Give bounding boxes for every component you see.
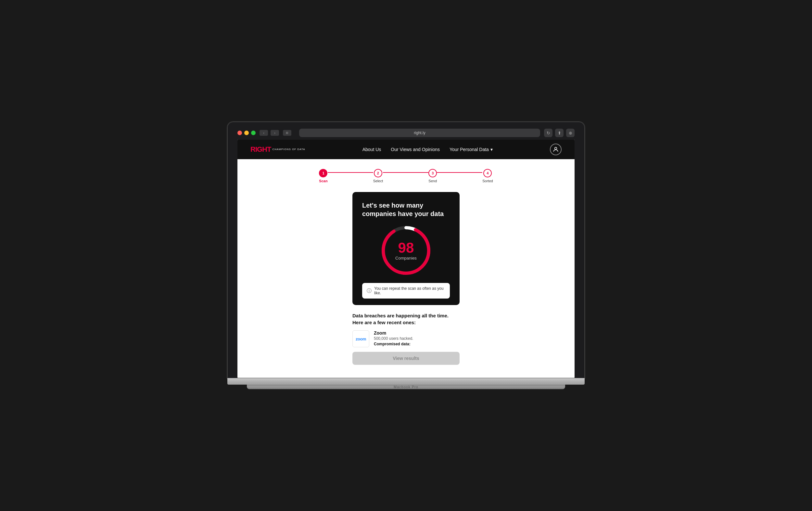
zoom-logo-text: zoom xyxy=(356,337,366,341)
browser-action-buttons: ↻ ⬆ ⊕ xyxy=(544,129,575,137)
step-sorted: 4 Sorted xyxy=(482,169,493,183)
logo-text: RIGHT xyxy=(251,145,271,154)
user-icon xyxy=(552,146,559,153)
step-1-label: Scan xyxy=(319,179,327,183)
companies-label: Companies xyxy=(395,256,417,260)
new-tab-button[interactable]: ⊕ xyxy=(566,129,575,137)
svg-point-0 xyxy=(555,147,557,149)
laptop-bottom: Macbook Pro xyxy=(247,385,565,389)
site-nav: RIGHT CHAMPIONS OF DATA About Us Our Vie… xyxy=(237,140,575,159)
view-results-button[interactable]: View results xyxy=(352,352,460,365)
step-4-label: Sorted xyxy=(482,179,493,183)
step-3-label: Send xyxy=(428,179,437,183)
page-content: 1 Scan 2 Select 3 xyxy=(237,159,575,378)
donut-chart: 98 Companies xyxy=(380,225,432,277)
breach-description-zoom: 500,000 users hacked. xyxy=(374,336,460,341)
step-send: 3 Send xyxy=(428,169,437,183)
step-3-circle: 3 xyxy=(428,169,437,177)
logo-subtitle: CHAMPIONS OF DATA xyxy=(272,148,305,151)
scan-info-text: You can repeat the scan as often as you … xyxy=(374,286,445,295)
minimize-button[interactable] xyxy=(244,131,249,135)
laptop-base xyxy=(227,378,585,385)
card-title: Let's see how many companies have your d… xyxy=(362,201,450,218)
close-button[interactable] xyxy=(237,131,242,135)
nav-personal-data-label: Your Personal Data xyxy=(450,147,489,152)
nav-about[interactable]: About Us xyxy=(362,147,381,152)
info-icon: ⓘ xyxy=(367,288,372,294)
url-text: right.ly xyxy=(414,131,425,135)
step-line-3-4 xyxy=(437,172,482,173)
browser-chrome: ‹ › ⊞ right.ly ↻ ⬆ ⊕ xyxy=(237,129,575,137)
address-bar[interactable]: right.ly xyxy=(299,129,540,137)
step-scan: 1 Scan xyxy=(319,169,327,183)
breach-item-zoom: zoom Zoom 500,000 users hacked. Compromi… xyxy=(352,331,460,347)
nav-personal-data[interactable]: Your Personal Data ▾ xyxy=(450,147,493,152)
logo-area[interactable]: RIGHT CHAMPIONS OF DATA xyxy=(251,145,305,154)
breach-info-zoom: Zoom 500,000 users hacked. Compromised d… xyxy=(374,331,460,346)
sidebar-toggle-button[interactable]: ⊞ xyxy=(283,130,291,136)
donut-chart-container: 98 Companies xyxy=(362,225,450,277)
maximize-button[interactable] xyxy=(251,131,256,135)
nav-links: About Us Our Views and Opinions Your Per… xyxy=(362,147,493,152)
progress-steps: 1 Scan 2 Select 3 xyxy=(251,169,561,183)
chevron-down-icon: ▾ xyxy=(490,147,493,152)
traffic-lights xyxy=(237,131,256,135)
step-4-circle: 4 xyxy=(483,169,492,177)
results-card: Let's see how many companies have your d… xyxy=(352,192,460,305)
step-2-circle: 2 xyxy=(374,169,382,177)
forward-button[interactable]: › xyxy=(270,130,279,136)
reload-button[interactable]: ↻ xyxy=(544,129,552,137)
nav-views[interactable]: Our Views and Opinions xyxy=(391,147,440,152)
macbook-label: Macbook Pro xyxy=(394,385,418,389)
laptop-shell: ‹ › ⊞ right.ly ↻ ⬆ ⊕ RIGHT CHAMPIONS OF … xyxy=(227,122,585,389)
companies-count: 98 xyxy=(395,241,417,255)
screen-bezel: ‹ › ⊞ right.ly ↻ ⬆ ⊕ RIGHT CHAMPIONS OF … xyxy=(227,122,585,378)
donut-center: 98 Companies xyxy=(395,241,417,260)
browser-nav-buttons: ‹ › ⊞ xyxy=(260,130,291,136)
step-1-circle: 1 xyxy=(319,169,327,177)
back-button[interactable]: ‹ xyxy=(260,130,268,136)
user-avatar[interactable] xyxy=(550,144,561,155)
zoom-logo: zoom xyxy=(352,331,369,347)
breaches-title: Data breaches are happening all the time… xyxy=(352,312,460,326)
step-select: 2 Select xyxy=(373,169,383,183)
scan-info-box: ⓘ You can repeat the scan as often as yo… xyxy=(362,283,450,299)
share-button[interactable]: ⬆ xyxy=(555,129,563,137)
breach-compromised-label: Compromised data: xyxy=(374,342,460,346)
step-line-1-2 xyxy=(328,172,373,173)
step-2-label: Select xyxy=(373,179,383,183)
breach-name-zoom: Zoom xyxy=(374,331,460,336)
step-line-2-3 xyxy=(383,172,428,173)
screen-content: RIGHT CHAMPIONS OF DATA About Us Our Vie… xyxy=(237,140,575,378)
